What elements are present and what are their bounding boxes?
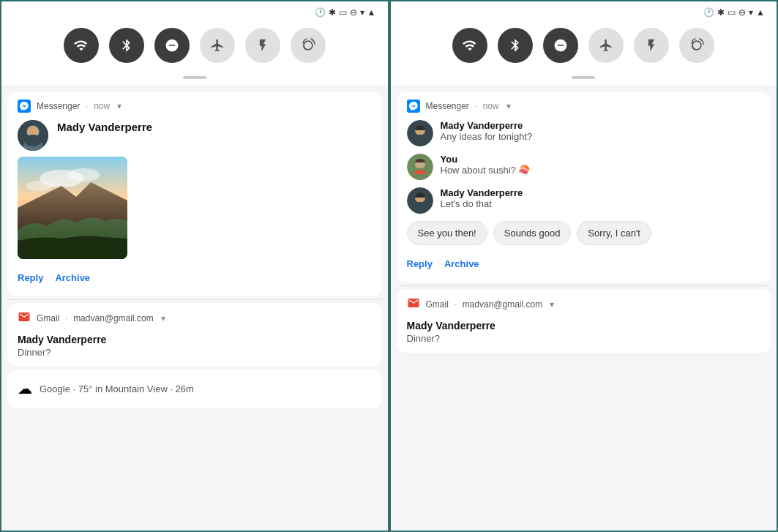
gmail-email-r: madvan@gmail.com xyxy=(463,299,543,310)
rotate-toggle-r[interactable] xyxy=(679,28,714,63)
gmail-notification-left: Gmail · madvan@gmail.com ▾ Mady Vanderpe… xyxy=(7,303,382,367)
quick-reply-3[interactable]: Sorry, I can't xyxy=(577,221,651,245)
conv-row-1: Mady Vanderperre Any ideas for tonight? xyxy=(407,120,761,146)
chevron-down-icon-r[interactable]: ▾ xyxy=(506,101,511,111)
conv-sender-3: Mady Vanderperre xyxy=(441,187,761,198)
conv-row-2: You How about sushi? 🍣 xyxy=(407,154,761,180)
flashlight-toggle[interactable] xyxy=(245,28,280,63)
archive-button-left[interactable]: Archive xyxy=(55,269,90,286)
conv-sender-1: Mady Vanderperre xyxy=(441,120,761,131)
gmail-app-name: Gmail xyxy=(37,313,59,323)
svg-point-8 xyxy=(67,168,100,181)
sender-name: Mady Vanderperre xyxy=(57,120,152,135)
drag-handle-right xyxy=(391,72,777,85)
signal-icon-r: ▲ xyxy=(756,7,765,18)
messenger-notification-left: Messenger · now ▾ xyxy=(7,92,382,296)
quick-reply-2[interactable]: Sounds good xyxy=(493,221,572,245)
cast-icon: ▭ xyxy=(339,7,347,18)
quick-settings-right xyxy=(391,20,777,72)
rotate-toggle[interactable] xyxy=(291,28,326,63)
gmail-sender: Mady Vanderperre xyxy=(18,334,372,345)
gmail-notif-body-r: Mady Vanderperre Dinner? xyxy=(397,317,771,353)
conv-msg-2: How about sushi? 🍣 xyxy=(441,165,761,176)
messenger-notif-body: Mady Vanderperre xyxy=(7,117,382,296)
avatar-mady xyxy=(18,120,48,151)
gmail-app-name-r: Gmail xyxy=(426,299,449,310)
airplane-toggle[interactable] xyxy=(200,28,235,63)
google-weather-notif: ☁ Google · 75° in Mountain View · 26m xyxy=(7,370,382,408)
gmail-notif-body: Mady Vanderperre Dinner? xyxy=(7,331,382,367)
weather-text: Google · 75° in Mountain View · 26m xyxy=(40,383,194,394)
chevron-down-icon[interactable]: ▾ xyxy=(117,101,121,111)
status-bar-left: 🕐 ✱ ▭ ⊖ ▾ ▲ xyxy=(1,1,388,20)
left-panel: 🕐 ✱ ▭ ⊖ ▾ ▲ xyxy=(0,0,389,532)
wifi-toggle[interactable] xyxy=(64,28,99,63)
messenger-app-icon-r xyxy=(407,100,420,113)
messenger-conv-body: Mady Vanderperre Any ideas for tonight? xyxy=(397,117,771,282)
svg-point-9 xyxy=(26,181,53,191)
reply-button-right[interactable]: Reply xyxy=(407,255,433,272)
conv-content-1: Mady Vanderperre Any ideas for tonight? xyxy=(441,120,761,142)
archive-button-right[interactable]: Archive xyxy=(444,255,479,272)
messenger-notification-right: Messenger · now ▾ xyxy=(397,92,771,282)
bluetooth-icon: ✱ xyxy=(329,7,336,18)
dnd-icon-r: ⊖ xyxy=(738,7,746,18)
conv-sender-2: You xyxy=(441,154,761,165)
wifi-toggle-r[interactable] xyxy=(452,28,487,63)
notifications-right: Messenger · now ▾ xyxy=(391,85,777,531)
sender-row: Mady Vanderperre xyxy=(18,120,372,151)
quick-replies: See you then! Sounds good Sorry, I can't xyxy=(407,221,761,245)
flashlight-toggle-r[interactable] xyxy=(634,28,669,63)
message-image xyxy=(18,157,127,259)
dnd-toggle[interactable] xyxy=(154,28,190,63)
messenger-app-icon xyxy=(18,100,31,113)
bluetooth-toggle[interactable] xyxy=(109,28,144,63)
avatar-you xyxy=(407,154,433,180)
messenger-notif-header-r: Messenger · now ▾ xyxy=(397,92,771,117)
avatar-mady-r xyxy=(407,120,433,146)
alarm-icon: 🕐 xyxy=(315,7,326,18)
bluetooth-icon-r: ✱ xyxy=(717,7,725,18)
conv-msg-3: Let's do that xyxy=(441,198,761,209)
gmail-sender-r: Mady Vanderperre xyxy=(407,320,761,331)
cloud-icon: ☁ xyxy=(18,380,32,397)
gmail-app-icon-r xyxy=(407,296,420,312)
messenger-app-name: Messenger xyxy=(37,101,80,111)
notifications-left: Messenger · now ▾ xyxy=(1,85,388,531)
divider-r1 xyxy=(397,285,771,286)
messenger-time-r: now xyxy=(483,101,499,111)
wifi-icon: ▾ xyxy=(360,7,364,18)
right-panel: 🕐 ✱ ▭ ⊖ ▾ ▲ xyxy=(389,0,779,532)
svg-point-12 xyxy=(412,135,428,146)
airplane-toggle-r[interactable] xyxy=(588,28,624,63)
gmail-subject-r: Dinner? xyxy=(407,333,761,344)
avatar-mady-r2 xyxy=(407,187,433,214)
status-bar-right: 🕐 ✱ ▭ ⊖ ▾ ▲ xyxy=(391,1,777,20)
gmail-chevron-icon[interactable]: ▾ xyxy=(161,313,165,323)
cast-icon-r: ▭ xyxy=(727,7,736,18)
conv-row-3: Mady Vanderperre Let's do that xyxy=(407,187,761,214)
signal-icon: ▲ xyxy=(367,7,376,18)
gmail-notif-header: Gmail · madvan@gmail.com ▾ xyxy=(7,303,382,331)
dnd-icon: ⊖ xyxy=(350,7,357,18)
messenger-notif-header: Messenger · now ▾ xyxy=(7,92,382,117)
gmail-email: madvan@gmail.com xyxy=(73,313,154,323)
svg-point-18 xyxy=(412,202,428,214)
messenger-app-name-r: Messenger xyxy=(426,101,469,111)
svg-point-5 xyxy=(24,135,42,146)
sender-info: Mady Vanderperre xyxy=(57,120,152,135)
alarm-icon-r: 🕐 xyxy=(703,7,714,18)
bluetooth-toggle-r[interactable] xyxy=(498,28,533,63)
gmail-chevron-icon-r[interactable]: ▾ xyxy=(550,299,554,310)
drag-handle-left xyxy=(1,72,388,85)
wifi-icon-r: ▾ xyxy=(749,7,753,18)
reply-button-left[interactable]: Reply xyxy=(18,269,43,286)
svg-point-4 xyxy=(28,126,38,136)
notif-actions-right: Reply Archive xyxy=(407,251,761,275)
messenger-time: now xyxy=(94,101,110,111)
quick-reply-1[interactable]: See you then! xyxy=(407,221,487,245)
dnd-toggle-r[interactable] xyxy=(543,28,578,63)
gmail-subject: Dinner? xyxy=(18,347,372,358)
conv-msg-1: Any ideas for tonight? xyxy=(441,131,761,142)
notif-actions-left: Reply Archive xyxy=(18,265,372,289)
